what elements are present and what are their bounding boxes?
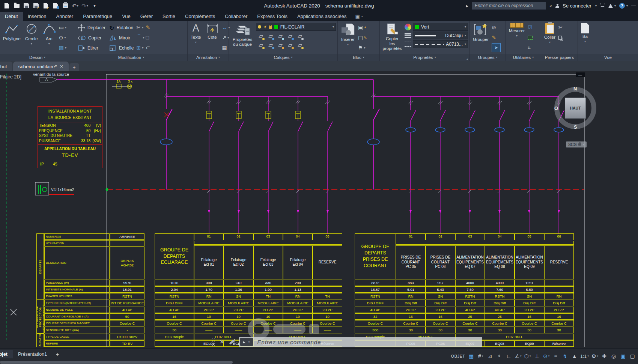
- snap-mode-icon[interactable]: #▾: [477, 351, 485, 361]
- view-cube-top-face[interactable]: HAUT: [565, 98, 586, 119]
- layer-lock-icon[interactable]: ▱: [288, 33, 292, 39]
- annotation-scale-control[interactable]: 1:1▾: [580, 351, 590, 361]
- view-cube[interactable]: N O S HAUT: [554, 87, 596, 129]
- model-space-toggle[interactable]: OBJET: [450, 351, 466, 361]
- sign-in-caret-icon[interactable]: ▾: [595, 4, 597, 8]
- circle-button[interactable]: Cercle▾: [24, 22, 39, 54]
- linetype-dropdown[interactable]: A0713... ▾: [413, 40, 468, 48]
- open-file-icon[interactable]: [13, 2, 20, 9]
- copy-clip-tool[interactable]: [558, 33, 563, 42]
- annotation-monitor-icon[interactable]: ✚: [600, 351, 608, 361]
- compass-south-label[interactable]: S: [574, 124, 577, 130]
- stretch-button[interactable]: Etirer: [77, 43, 107, 53]
- panel-label-proprietes[interactable]: Propriétés▾⌟: [380, 54, 469, 61]
- ribbon-tab-début[interactable]: Début: [0, 12, 23, 21]
- color-wheel-icon[interactable]: [405, 24, 411, 30]
- command-prompt-text[interactable]: Entrez une commande: [254, 339, 321, 345]
- erase-tool[interactable]: ✎: [146, 23, 150, 32]
- panel-label-modification[interactable]: Modification▾: [75, 54, 187, 61]
- layer-off-icon[interactable]: ▱: [259, 42, 263, 48]
- layer-properties-button[interactable]: Propriétés du calque: [230, 22, 254, 54]
- isometric-drafting-icon[interactable]: ⬡▾: [524, 351, 532, 361]
- new-file-icon[interactable]: [3, 2, 11, 9]
- hatch-tool[interactable]: ▨▾: [59, 43, 66, 52]
- new-drawing-tab[interactable]: +: [69, 63, 79, 71]
- plot-icon[interactable]: [42, 2, 50, 9]
- new-layout-tab[interactable]: +: [56, 351, 59, 357]
- trim-tool[interactable]: ✂▾: [136, 23, 144, 32]
- move-button[interactable]: Déplacer: [77, 23, 107, 33]
- measure-button[interactable]: Mesurer▾: [507, 22, 526, 54]
- arc-button[interactable]: Arc▾: [41, 22, 57, 54]
- layer-unlock-all-icon[interactable]: ▱: [288, 42, 292, 48]
- dynamic-input-icon[interactable]: ⌖: [495, 351, 504, 361]
- compass-north-label[interactable]: N: [573, 86, 577, 92]
- edit-block-tool[interactable]: ▢✎: [358, 33, 367, 42]
- ortho-mode-icon[interactable]: ∟: [505, 351, 513, 361]
- ribbon-tab-applications-associées[interactable]: Applications associées: [292, 12, 352, 21]
- ribbon-tab-paramétrique[interactable]: Paramétrique: [78, 12, 117, 21]
- ribbon-tab-insertion[interactable]: Insertion: [23, 12, 51, 21]
- select-similar-tool[interactable]: [528, 33, 533, 42]
- explode-tool[interactable]: □: [146, 33, 150, 42]
- layer-freeze-icon[interactable]: ▱: [278, 33, 283, 39]
- polar-tracking-icon[interactable]: ∠▾: [514, 351, 522, 361]
- layer-current-icon[interactable]: ▱: [268, 42, 273, 48]
- scg-button[interactable]: SCG ▾: [566, 141, 587, 147]
- copy-button[interactable]: Copier: [77, 33, 107, 43]
- quick-select-tool[interactable]: ☑: [528, 23, 533, 32]
- edit-group-tool[interactable]: ✎: [492, 33, 501, 42]
- properties-dialog-launcher-icon[interactable]: ⌟: [466, 56, 468, 60]
- workspace-switching-icon[interactable]: ⚙▾: [591, 351, 599, 361]
- object-snap-tracking-icon[interactable]: ⊥: [533, 351, 541, 361]
- layer-match-icon[interactable]: ▱: [298, 33, 302, 39]
- layer-dropdown[interactable]: ☀ FIL-ECLAIR ▾: [256, 23, 336, 31]
- undo-icon[interactable]: ↶▾: [71, 2, 79, 9]
- ribbon-tab-collaborer[interactable]: Collaborer: [220, 12, 252, 21]
- viewport-controls[interactable]: [-][Haut][Filaire 2D]: [0, 74, 21, 80]
- layout-tab-objet[interactable]: Objet: [0, 350, 13, 358]
- layer-isolate-icon[interactable]: ▱: [259, 33, 263, 39]
- match-properties-button[interactable]: Copier les propriétés: [381, 22, 403, 54]
- scale-button[interactable]: Echelle: [108, 43, 135, 53]
- command-customize-wrench-icon[interactable]: [229, 339, 235, 344]
- autoscale-icon[interactable]: ▲: [570, 351, 579, 361]
- layout-tab-présentation1[interactable]: Présentation1: [13, 350, 52, 358]
- help-icon[interactable]: ?▾: [619, 3, 628, 9]
- quick-calc-tool[interactable]: ⌗: [528, 43, 533, 52]
- clean-screen-icon[interactable]: ▢: [628, 351, 636, 361]
- save-as-icon[interactable]: [32, 2, 40, 9]
- command-input-strip[interactable]: ▸_▾ Entrez une commande: [239, 337, 482, 347]
- ribbon-display-toggle[interactable]: ▣▾: [355, 14, 363, 21]
- minimize-window-icon[interactable]: —: [631, 3, 636, 8]
- ribbon-tab-vue[interactable]: Vue: [117, 12, 135, 21]
- panel-label-annotation[interactable]: Annotation▾: [188, 54, 229, 61]
- object-color-dropdown[interactable]: Vert ▾: [413, 23, 468, 31]
- horizontal-scrollbar[interactable]: [0, 361, 233, 364]
- join-tool[interactable]: ⊂: [146, 43, 150, 52]
- grid-display-icon[interactable]: ▦: [467, 351, 475, 361]
- close-tab-icon[interactable]: ✕: [60, 64, 63, 69]
- edit-attributes-tool[interactable]: ⚑▾: [358, 43, 367, 52]
- rotate-button[interactable]: ↻ Rotation: [108, 23, 135, 33]
- group-button[interactable]: Grouper: [471, 22, 490, 54]
- rectangle-tool[interactable]: ▭▾: [59, 23, 66, 32]
- compass-west-label[interactable]: O: [554, 105, 558, 111]
- panel-label-utilitaires[interactable]: Utilitaires▾: [506, 54, 541, 61]
- viewport-minimize-icon[interactable]: —: [576, 72, 585, 77]
- print-icon[interactable]: [62, 2, 69, 9]
- panel-label-calques[interactable]: Calques▾: [229, 54, 337, 61]
- ribbon-tab-compléments[interactable]: Compléments: [180, 12, 220, 21]
- ribbon-tab-gérer[interactable]: Gérer: [135, 12, 158, 21]
- text-button[interactable]: A Texte▾: [189, 22, 203, 54]
- ribbon-tab-sortie[interactable]: Sortie: [158, 12, 180, 21]
- sign-in-button[interactable]: Se connecter: [563, 3, 591, 9]
- search-expand-icon[interactable]: ▸: [466, 3, 469, 9]
- save-icon[interactable]: [23, 2, 30, 9]
- object-snap-icon[interactable]: ⊙▾: [542, 351, 551, 361]
- lineweight-dropdown[interactable]: DuCalqu ▾: [413, 32, 468, 39]
- autodesk-exchange-icon[interactable]: ▾: [608, 4, 616, 8]
- isolate-objects-icon[interactable]: ◎: [609, 351, 618, 361]
- panel-label-vue[interactable]: Vue: [578, 54, 638, 61]
- panel-label-groupes[interactable]: Groupes▾: [470, 54, 506, 61]
